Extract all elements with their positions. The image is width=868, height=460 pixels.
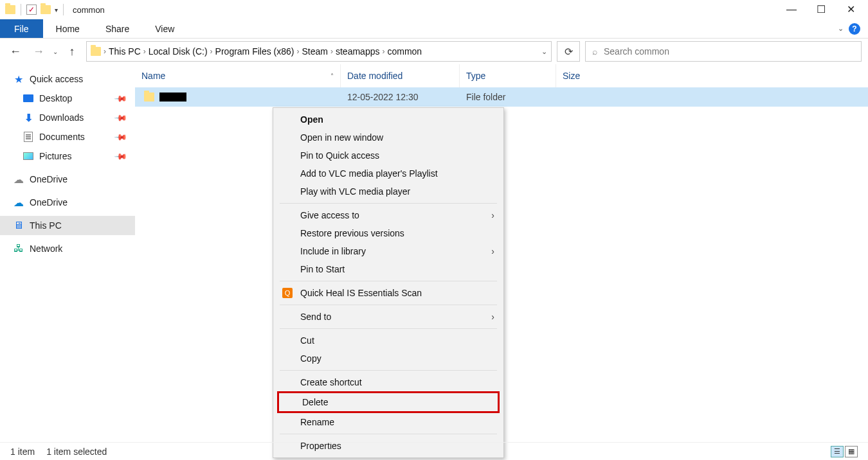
folder-icon: [91, 46, 101, 57]
ctx-open[interactable]: Open: [273, 111, 503, 128]
chevron-right-icon[interactable]: ›: [382, 47, 384, 56]
context-menu: Open Open in new window Pin to Quick acc…: [273, 107, 504, 458]
column-type[interactable]: Type: [460, 64, 556, 87]
quickheal-icon: Q: [282, 288, 293, 298]
sidebar-item-label: OneDrive: [30, 197, 68, 208]
pin-icon: 📌: [114, 130, 128, 144]
chevron-right-icon: ›: [491, 312, 494, 322]
chevron-right-icon[interactable]: ›: [330, 47, 333, 56]
ctx-quickheal-scan[interactable]: Q Quick Heal IS Essentials Scan: [273, 284, 503, 302]
ctx-delete-highlight: Delete: [277, 391, 500, 413]
ctx-include-library[interactable]: Include in library ›: [273, 242, 503, 260]
column-headers: Name ˄ Date modified Type Size: [135, 64, 868, 87]
ctx-separator: [280, 434, 497, 434]
close-button[interactable]: ✕: [836, 0, 865, 19]
ctx-item-label: Send to: [300, 312, 331, 322]
ctx-open-new-window[interactable]: Open in new window: [273, 128, 503, 146]
onedrive-icon: ☁: [13, 173, 24, 185]
thumbnails-view-button[interactable]: ▦: [845, 446, 858, 457]
column-size[interactable]: Size: [556, 64, 617, 87]
folder-icon: [5, 4, 15, 15]
forward-button[interactable]: →: [30, 42, 48, 60]
navigation-bar: ← → ⌄ ↑ › This PC › Local Disk (C:) › Pr…: [0, 39, 868, 64]
window-title: common: [73, 5, 105, 15]
share-tab[interactable]: Share: [93, 19, 142, 38]
file-tab[interactable]: File: [0, 19, 43, 38]
ctx-separator: [280, 281, 497, 281]
qat-properties-icon[interactable]: ✓: [26, 4, 37, 15]
ctx-pin-quick-access[interactable]: Pin to Quick access: [273, 146, 503, 164]
column-name[interactable]: Name ˄: [135, 64, 341, 87]
ctx-rename[interactable]: Rename: [273, 413, 503, 431]
ctx-play-vlc[interactable]: Play with VLC media player: [273, 182, 503, 200]
ctx-separator: [280, 328, 497, 329]
minimize-button[interactable]: —: [777, 0, 806, 19]
ctx-item-label: Include in library: [300, 246, 366, 256]
sidebar-downloads[interactable]: ⬇ Downloads 📌: [0, 108, 135, 127]
sidebar-item-label: Quick access: [30, 74, 83, 84]
back-button[interactable]: ←: [6, 42, 24, 60]
ctx-copy[interactable]: Copy: [273, 349, 503, 367]
column-label: Name: [141, 71, 165, 81]
ctx-pin-start[interactable]: Pin to Start: [273, 260, 503, 278]
ribbon-tabs: File Home Share View ⌄ ?: [0, 19, 868, 39]
sidebar-onedrive[interactable]: ☁ OneDrive: [0, 193, 135, 212]
up-button[interactable]: ↑: [63, 42, 81, 60]
history-dropdown-icon[interactable]: ⌄: [53, 48, 58, 55]
breadcrumb-this-pc[interactable]: This PC: [109, 46, 141, 57]
search-icon: ⌕: [592, 46, 597, 57]
sidebar-documents[interactable]: Documents 📌: [0, 127, 135, 146]
refresh-button[interactable]: ⟳: [557, 41, 580, 62]
folder-icon[interactable]: [41, 4, 51, 15]
address-bar[interactable]: › This PC › Local Disk (C:) › Program Fi…: [86, 41, 552, 62]
ctx-add-vlc-playlist[interactable]: Add to VLC media player's Playlist: [273, 164, 503, 182]
ctx-restore-versions[interactable]: Restore previous versions: [273, 224, 503, 242]
breadcrumb-local-disk[interactable]: Local Disk (C:): [149, 46, 208, 57]
sidebar-item-label: Network: [30, 243, 62, 254]
file-date: 12-05-2022 12:30: [341, 92, 460, 102]
sidebar-quick-access[interactable]: ★ Quick access: [0, 69, 135, 89]
sidebar-pictures[interactable]: Pictures 📌: [0, 146, 135, 166]
pin-icon: 📌: [114, 111, 128, 125]
breadcrumb-steamapps[interactable]: steamapps: [336, 46, 379, 57]
sidebar-item-label: Downloads: [39, 112, 84, 123]
search-input[interactable]: [604, 46, 854, 57]
home-tab[interactable]: Home: [43, 19, 93, 38]
status-item-count: 1 item: [10, 447, 35, 457]
sidebar-item-label: This PC: [30, 220, 62, 231]
documents-icon: [23, 131, 34, 143]
sidebar-this-pc[interactable]: 🖥 This PC: [0, 216, 135, 235]
ctx-separator: [280, 203, 497, 204]
pin-icon: 📌: [114, 149, 128, 163]
ctx-create-shortcut[interactable]: Create shortcut: [273, 373, 503, 391]
breadcrumb-program-files[interactable]: Program Files (x86): [215, 46, 294, 57]
ctx-give-access[interactable]: Give access to ›: [273, 206, 503, 224]
chevron-right-icon[interactable]: ›: [297, 47, 300, 56]
ribbon-collapse-icon[interactable]: ⌄: [838, 24, 844, 33]
breadcrumb-common[interactable]: common: [387, 46, 422, 57]
search-box[interactable]: ⌕: [585, 41, 862, 62]
ctx-delete[interactable]: Delete: [279, 393, 498, 411]
help-icon[interactable]: ?: [849, 23, 860, 35]
details-view-button[interactable]: ☰: [831, 446, 844, 457]
chevron-right-icon[interactable]: ›: [104, 47, 106, 56]
ctx-cut[interactable]: Cut: [273, 332, 503, 349]
view-tab[interactable]: View: [142, 19, 187, 38]
maximize-button[interactable]: ☐: [806, 0, 836, 19]
chevron-right-icon[interactable]: ›: [210, 47, 213, 56]
qat-dropdown-icon[interactable]: ▾: [55, 6, 58, 13]
ctx-send-to[interactable]: Send to ›: [273, 308, 503, 326]
navigation-pane: ★ Quick access Desktop 📌 ⬇ Downloads 📌 D…: [0, 64, 135, 442]
file-type: File folder: [460, 92, 556, 102]
sidebar-network[interactable]: 🖧 Network: [0, 239, 135, 258]
pictures-icon: [23, 150, 34, 162]
ctx-separator: [280, 305, 497, 305]
column-date[interactable]: Date modified: [341, 64, 460, 87]
desktop-icon: [23, 93, 34, 104]
address-dropdown-icon[interactable]: ⌄: [541, 48, 547, 56]
breadcrumb-steam[interactable]: Steam: [302, 46, 328, 57]
sidebar-onedrive[interactable]: ☁ OneDrive: [0, 170, 135, 189]
chevron-right-icon[interactable]: ›: [143, 47, 146, 56]
file-row[interactable]: 12-05-2022 12:30 File folder: [135, 87, 868, 107]
sidebar-desktop[interactable]: Desktop 📌: [0, 89, 135, 108]
